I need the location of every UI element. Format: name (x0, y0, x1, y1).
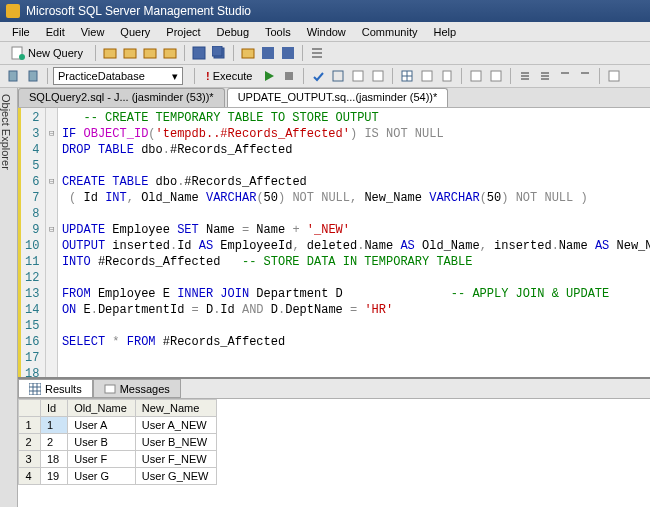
tool-folder-icon[interactable] (121, 44, 139, 62)
code-area[interactable]: -- CREATE TEMPORARY TABLE TO STORE OUTPU… (58, 108, 650, 377)
tool-specify-icon[interactable] (605, 67, 623, 85)
svg-rect-3 (124, 49, 136, 58)
svg-point-1 (19, 54, 25, 60)
menu-window[interactable]: Window (299, 24, 354, 40)
tool-outdent2-icon[interactable] (576, 67, 594, 85)
tool-indent-icon[interactable] (516, 67, 534, 85)
editor-tab[interactable]: UPDATE_OUTPUT.sq...(jasminder (54))* (227, 88, 449, 107)
svg-rect-37 (609, 71, 619, 81)
svg-rect-8 (212, 46, 222, 56)
column-header[interactable]: Old_Name (68, 400, 136, 417)
stop-icon[interactable] (280, 67, 298, 85)
execute-label: Execute (213, 70, 253, 82)
svg-rect-19 (333, 71, 343, 81)
combo-chevron-icon: ▾ (172, 70, 178, 83)
titlebar: Microsoft SQL Server Management Studio (0, 0, 650, 22)
column-header[interactable]: New_Name (135, 400, 217, 417)
tool-openfile-icon[interactable] (239, 44, 257, 62)
tool-outdent-icon[interactable] (536, 67, 554, 85)
tool-list-icon[interactable] (308, 44, 326, 62)
table-row[interactable]: 22User BUser B_NEW (19, 434, 217, 451)
svg-rect-26 (443, 71, 451, 81)
menu-file[interactable]: File (4, 24, 38, 40)
toolbar-1: New Query (0, 42, 650, 65)
tool-file-icon[interactable] (438, 67, 456, 85)
svg-rect-38 (29, 383, 41, 395)
tool-disks-icon[interactable] (279, 44, 297, 62)
table-row[interactable]: 419User GUser G_NEW (19, 468, 217, 485)
tool-open-icon[interactable] (101, 44, 119, 62)
play-icon[interactable] (260, 67, 278, 85)
new-query-button[interactable]: New Query (4, 44, 90, 62)
svg-rect-27 (471, 71, 481, 81)
svg-rect-18 (285, 72, 293, 80)
tool-change-icon[interactable] (24, 67, 42, 85)
line-gutter: 2345678910111213141516171819 (21, 108, 46, 377)
toolbar-2: PracticeDatabase ▾ ! Execute (0, 65, 650, 88)
exclaim-icon: ! (206, 70, 210, 82)
tool-uncomment-icon[interactable] (487, 67, 505, 85)
menu-project[interactable]: Project (158, 24, 208, 40)
svg-rect-10 (262, 47, 274, 59)
object-explorer-sidebar[interactable]: Object Explorer (0, 88, 18, 507)
svg-rect-6 (193, 47, 205, 59)
svg-rect-2 (104, 49, 116, 58)
new-query-icon (11, 46, 25, 60)
parse-icon[interactable] (309, 67, 327, 85)
column-header[interactable]: Id (41, 400, 68, 417)
menu-help[interactable]: Help (425, 24, 464, 40)
table-row[interactable]: 11User AUser A_NEW (19, 417, 217, 434)
messages-tab[interactable]: Messages (93, 379, 181, 398)
menubar: FileEditViewQueryProjectDebugToolsWindow… (0, 22, 650, 42)
svg-rect-25 (422, 71, 432, 81)
tool-plan-icon[interactable] (329, 67, 347, 85)
svg-rect-28 (491, 71, 501, 81)
tool-connect-icon[interactable] (4, 67, 22, 85)
svg-marker-17 (265, 71, 274, 81)
menu-query[interactable]: Query (112, 24, 158, 40)
results-pane: Results Messages IdOld_NameNew_Name11Use… (18, 377, 650, 507)
messages-tab-label: Messages (120, 383, 170, 395)
svg-rect-9 (242, 49, 254, 58)
svg-rect-16 (29, 71, 37, 81)
new-query-label: New Query (28, 47, 83, 59)
results-grid[interactable]: IdOld_NameNew_Name11User AUser A_NEW22Us… (18, 399, 650, 507)
tool-indent2-icon[interactable] (556, 67, 574, 85)
menu-tools[interactable]: Tools (257, 24, 299, 40)
grid-icon (29, 383, 41, 395)
app-title: Microsoft SQL Server Management Studio (26, 4, 251, 18)
fold-column[interactable]: ⊟⊟⊟ (46, 108, 58, 377)
column-header[interactable] (19, 400, 41, 417)
svg-rect-4 (144, 49, 156, 58)
database-value: PracticeDatabase (58, 70, 145, 82)
svg-rect-15 (9, 71, 17, 81)
tool-opts-icon[interactable] (369, 67, 387, 85)
menu-view[interactable]: View (73, 24, 113, 40)
editor-tabstrip: SQLQuery2.sql - J... (jasminder (53))*UP… (18, 88, 650, 108)
database-combo[interactable]: PracticeDatabase ▾ (53, 67, 183, 85)
tool-saveall-icon[interactable] (210, 44, 228, 62)
svg-rect-43 (105, 385, 115, 393)
tool-comment-icon[interactable] (467, 67, 485, 85)
menu-debug[interactable]: Debug (209, 24, 257, 40)
results-tab-label: Results (45, 383, 82, 395)
tool-script-icon[interactable] (349, 67, 367, 85)
tool-disk-icon[interactable] (259, 44, 277, 62)
svg-rect-11 (282, 47, 294, 59)
message-icon (104, 383, 116, 395)
menu-community[interactable]: Community (354, 24, 426, 40)
svg-rect-5 (164, 49, 176, 58)
sql-editor[interactable]: 2345678910111213141516171819 ⊟⊟⊟ -- CREA… (18, 108, 650, 377)
table-row[interactable]: 318User FUser F_NEW (19, 451, 217, 468)
tool-text-icon[interactable] (418, 67, 436, 85)
tool-grid-icon[interactable] (398, 67, 416, 85)
tool-folder2-icon[interactable] (141, 44, 159, 62)
results-tab[interactable]: Results (18, 379, 93, 398)
editor-tab[interactable]: SQLQuery2.sql - J... (jasminder (53))* (18, 88, 225, 107)
svg-rect-21 (373, 71, 383, 81)
execute-button[interactable]: ! Execute (200, 69, 258, 83)
tool-folder3-icon[interactable] (161, 44, 179, 62)
object-explorer-label: Object Explorer (0, 94, 12, 170)
tool-save-icon[interactable] (190, 44, 208, 62)
menu-edit[interactable]: Edit (38, 24, 73, 40)
